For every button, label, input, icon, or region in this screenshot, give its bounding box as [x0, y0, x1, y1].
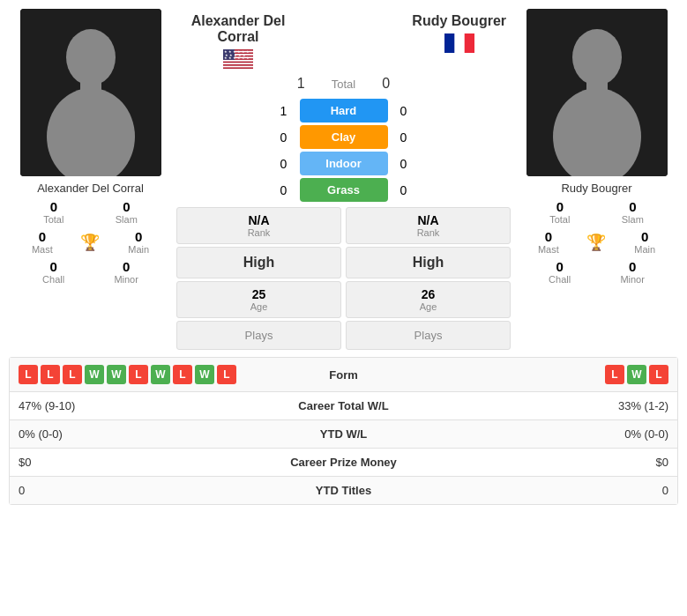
left-main-stat: 0 Main: [128, 229, 149, 255]
left-player-avatar: [20, 9, 161, 176]
age-blocks: 25 Age 26 Age: [172, 281, 515, 318]
left-high-block: High: [176, 247, 341, 278]
right-stats-row1: 0 Total 0 Slam: [524, 199, 669, 225]
right-total-stat: 0 Total: [549, 199, 570, 225]
table-center-label: Career Prize Money: [235, 456, 452, 469]
fr-flag-icon: [444, 33, 474, 53]
left-avatar-svg: [20, 9, 161, 176]
left-main-value: 0: [128, 229, 149, 244]
left-main-label: Main: [128, 244, 149, 255]
grass-surface-row: 0 Grass 0: [176, 178, 511, 202]
left-high-value: High: [184, 255, 333, 271]
right-total-score: 0: [382, 76, 390, 92]
right-rank-value: N/A: [352, 213, 504, 227]
svg-rect-8: [223, 60, 253, 62]
indoor-right-count: 0: [395, 157, 413, 171]
plays-blocks: Plays Plays: [172, 321, 515, 350]
right-player-card: Rudy Bougrer 0 Total 0 Slam 0 M: [515, 9, 678, 289]
right-plays-label: Plays: [354, 329, 503, 342]
svg-point-1: [66, 29, 116, 85]
table-right-value: 0% (0-0): [452, 427, 668, 441]
table-center-label: YTD Titles: [235, 484, 452, 497]
left-plays-label: Plays: [184, 329, 333, 342]
table-left-value: 0% (0-0): [19, 427, 235, 441]
bottom-section: LLLWWLWLWL Form LWL 47% (9-10)Career Tot…: [9, 357, 678, 505]
table-right-value: 33% (1-2): [452, 399, 668, 412]
form-badge: L: [605, 365, 624, 384]
left-stats-row3: 0 Chall 0 Minor: [18, 259, 163, 285]
svg-text:★ ★ ★ ★ ★ ★: ★ ★ ★ ★ ★ ★: [224, 56, 250, 60]
hard-left-count: 1: [275, 104, 293, 118]
hard-right-count: 0: [395, 104, 413, 118]
left-total-stat: 0 Total: [43, 199, 63, 225]
left-player-card: Alexander Del Corral 0 Total 0 Slam 0: [9, 9, 172, 289]
svg-rect-21: [586, 81, 608, 99]
right-minor-value: 0: [620, 259, 645, 274]
right-high-block: High: [346, 247, 511, 278]
clay-right-count: 0: [395, 130, 413, 145]
left-player-stats: 0 Total 0 Slam 0 Mast 🏆 0: [9, 199, 172, 289]
right-player-stats: 0 Total 0 Slam 0 Mast 🏆 0: [515, 199, 678, 289]
left-total-score: 1: [297, 76, 305, 92]
left-stats-row1: 0 Total 0 Slam: [18, 199, 163, 225]
left-slam-stat: 0 Slam: [116, 199, 138, 225]
left-form-badges: LLLWWLWLWL: [19, 365, 309, 384]
clay-button[interactable]: Clay: [300, 125, 388, 149]
hard-surface-row: 1 Hard 0: [176, 99, 511, 122]
right-main-stat: 0 Main: [634, 229, 655, 255]
comparison-section: Alexander Del Corral 0 Total 0 Slam 0: [9, 9, 678, 350]
table-left-value: 0: [19, 484, 235, 497]
left-age-label: Age: [183, 301, 335, 312]
right-minor-stat: 0 Minor: [620, 259, 645, 285]
right-mast-stat: 0 Mast: [538, 229, 559, 255]
table-center-label: YTD W/L: [235, 427, 452, 441]
indoor-button[interactable]: Indoor: [300, 152, 388, 175]
right-minor-label: Minor: [620, 274, 645, 285]
right-slam-value: 0: [622, 199, 644, 214]
grass-right-count: 0: [395, 183, 413, 197]
right-mast-label: Mast: [538, 244, 559, 255]
rank-blocks: N/A Rank N/A Rank: [172, 207, 515, 244]
left-trophy-icon: 🏆: [80, 233, 100, 252]
right-chall-stat: 0 Chall: [549, 259, 571, 285]
right-main-label: Main: [634, 244, 655, 255]
left-minor-stat: 0 Minor: [114, 259, 138, 285]
left-age-value: 25: [183, 287, 335, 301]
right-slam-stat: 0 Slam: [622, 199, 644, 225]
right-chall-value: 0: [549, 259, 571, 274]
left-rank-label: Rank: [183, 227, 335, 238]
left-minor-value: 0: [114, 259, 138, 274]
right-chall-label: Chall: [549, 274, 571, 285]
right-player-avatar: [526, 9, 668, 176]
right-center-name: Rudy Bougrer: [412, 13, 506, 29]
table-right-value: $0: [452, 456, 668, 469]
surface-buttons: 1 Hard 0 0 Clay 0 0 Indoor 0 0 Grass: [172, 99, 515, 202]
form-badge: L: [173, 365, 192, 384]
left-total-label: Total: [43, 214, 63, 225]
stats-table: 47% (9-10)Career Total W/L33% (1-2)0% (0…: [10, 392, 677, 504]
right-mast-value: 0: [538, 229, 559, 244]
names-flags-row: Alexander Del Corral: [172, 9, 515, 69]
left-chall-label: Chall: [42, 274, 64, 285]
left-chall-stat: 0 Chall: [42, 259, 64, 285]
form-row: LLLWWLWLWL Form LWL: [10, 358, 677, 392]
hard-button[interactable]: Hard: [300, 99, 388, 122]
left-player-name: Alexander Del Corral: [37, 182, 144, 195]
right-high-value: High: [354, 255, 503, 271]
right-slam-label: Slam: [622, 214, 644, 225]
left-chall-value: 0: [42, 259, 64, 274]
left-rank-block: N/A Rank: [176, 207, 341, 244]
svg-rect-3: [80, 81, 101, 99]
form-badge: W: [107, 365, 126, 384]
total-row: 1 Total 0: [172, 69, 515, 99]
svg-rect-9: [223, 63, 253, 64]
main-container: Alexander Del Corral 0 Total 0 Slam 0: [0, 0, 687, 514]
left-minor-label: Minor: [114, 274, 138, 285]
form-badge: L: [41, 365, 60, 384]
svg-rect-10: [223, 66, 253, 68]
grass-button[interactable]: Grass: [300, 178, 388, 202]
right-total-label: Total: [549, 214, 570, 225]
right-main-value: 0: [634, 229, 655, 244]
right-age-block: 26 Age: [346, 281, 511, 318]
form-badge: L: [217, 365, 236, 384]
